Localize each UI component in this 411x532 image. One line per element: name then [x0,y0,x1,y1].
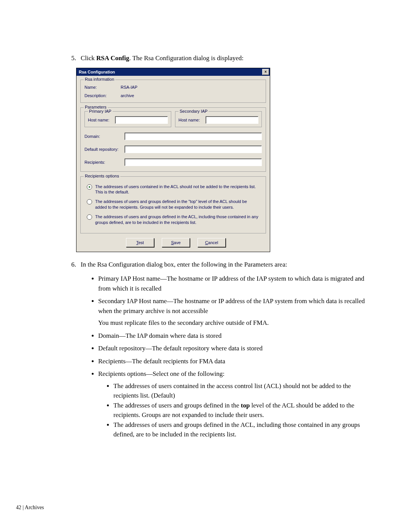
value-name: RSA-IAP [121,85,137,89]
save-button-rest: ave [174,240,181,245]
radio-option-2[interactable]: The addresses of users and groups define… [87,199,260,210]
label-primary-host: Host name: [88,118,113,122]
group-recipients-options: Recipients options The addresses of user… [80,176,266,233]
label-secondary-host: Host name: [178,118,203,122]
radio-icon [87,214,92,220]
input-recipients[interactable] [124,158,262,166]
radio-icon [87,199,92,204]
step-5-prefix: Click [81,54,96,62]
secondary-iap-note: You must replicate files to the secondar… [98,318,365,328]
rsa-config-dialog: Rsa Configuration × Rsa information Name… [76,68,270,252]
label-recipients: Recipients: [84,160,124,165]
save-button[interactable]: Save [162,238,190,247]
legend-primary-iap: Primary IAP [88,109,113,113]
radio-icon [87,184,92,190]
dialog-titlebar: Rsa Configuration × [76,68,270,76]
bullet-recipients: Recipients—The default recipients for FM… [98,356,365,366]
bullet-secondary-iap-text: Secondary IAP Host name—The hostname or … [98,297,365,315]
step-5-suffix: . The Rsa Configuration dialog is displa… [129,54,244,62]
cancel-button-accel: C [205,240,208,245]
radio-option-1-label: The addresses of users contained in the … [95,184,260,195]
cancel-button-rest: ancel [208,240,218,245]
radio-option-2-label: The addresses of users and groups define… [95,199,260,210]
step-5: 5. Click RSA Config. The Rsa Configurati… [65,53,365,63]
close-button[interactable]: × [262,69,269,75]
value-description: archive [121,93,134,98]
close-icon: × [264,70,267,74]
bullet-recipients-options-text: Recipients options—Select one of the fol… [98,370,225,377]
bullet-primary-iap: Primary IAP Host name—The hostname or IP… [98,274,365,293]
recipients-options-sublist: The addresses of users contained in the … [98,381,365,439]
step-6-bullet-list: Primary IAP Host name—The hostname or IP… [76,274,365,439]
save-button-accel: S [171,240,174,245]
bullet-recipients-options: Recipients options—Select one of the fol… [98,369,365,439]
label-name: Name: [84,85,121,89]
radio-option-3[interactable]: The addresses of users and groups define… [87,214,260,225]
sub-bullet-2-bold: top [241,402,250,409]
label-domain: Domain: [84,134,124,139]
input-default-repository[interactable] [124,145,262,153]
step-5-bold: RSA Config [96,54,129,62]
bullet-secondary-iap: Secondary IAP Host name—The hostname or … [98,296,365,328]
test-button-rest: est [138,240,144,245]
step-5-number: 5. [65,53,81,63]
test-button[interactable]: Test [126,238,154,247]
input-secondary-host[interactable] [206,116,258,124]
input-domain[interactable] [124,133,262,140]
sub-bullet-2: The addresses of users and groups define… [113,401,365,420]
radio-option-1[interactable]: The addresses of users contained in the … [87,184,260,195]
cancel-button[interactable]: Cancel [198,238,226,247]
sub-bullet-1: The addresses of users contained in the … [113,381,365,401]
input-primary-host[interactable] [115,116,168,124]
legend-secondary-iap: Secondary IAP [178,109,209,113]
step-5-text: Click RSA Config. The Rsa Configuration … [81,53,365,63]
group-parameters: Parameters Primary IAP Host name: Second… [80,107,266,172]
bullet-domain: Domain—The IAP domain where data is stor… [98,331,365,341]
bullet-default-repository: Default repository—The default repositor… [98,343,365,353]
subgroup-secondary-iap: Secondary IAP Host name: [175,111,262,127]
label-description: Description: [84,93,121,98]
page-footer: 42 | Archives [16,505,44,511]
step-6-number: 6. [65,260,81,270]
radio-option-3-label: The addresses of users and groups define… [95,214,260,225]
label-default-repository: Default repository: [84,147,124,152]
legend-rsa-information: Rsa information [84,77,115,81]
sub-bullet-2-pre: The addresses of users and groups define… [113,402,241,409]
step-6-text: In the Rsa Configuration dialog box, ent… [81,260,365,270]
sub-bullet-3: The addresses of users and groups define… [113,420,365,439]
step-6: 6. In the Rsa Configuration dialog box, … [65,260,365,270]
dialog-title: Rsa Configuration [79,70,115,74]
group-rsa-information: Rsa information Name: RSA-IAP Descriptio… [80,80,266,103]
subgroup-primary-iap: Primary IAP Host name: [84,111,171,127]
legend-recipients-options: Recipients options [84,174,120,178]
